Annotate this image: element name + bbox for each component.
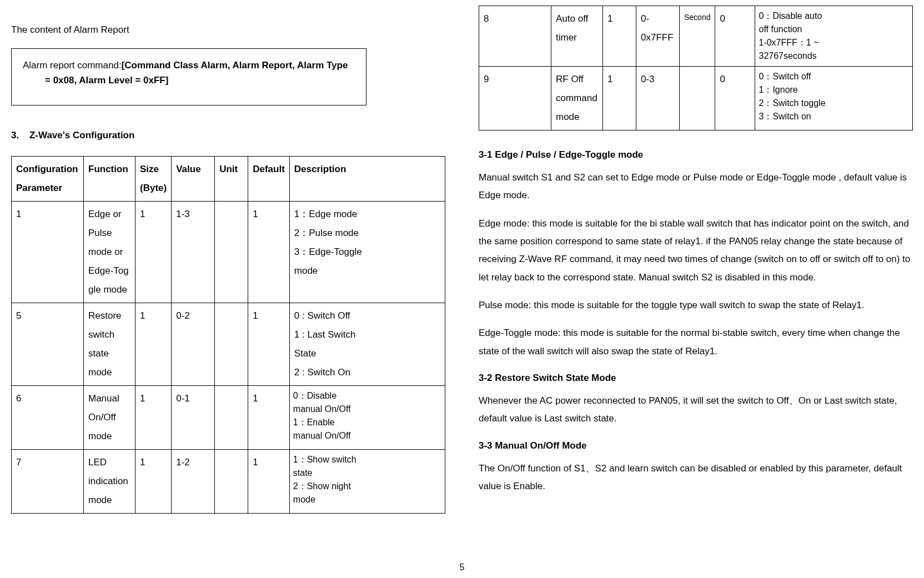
th-default: Default [248,156,290,201]
document-page: The content of Alarm Report Alarm report… [0,0,924,578]
td-func: Auto off timer [551,6,603,67]
td-value: 0-2 [172,303,215,385]
table-row: 1Edge or Pulse mode or Edge-Tog gle mode… [12,201,445,303]
para-3-1d: Edge-Toggle mode: this mode is suitable … [479,324,913,360]
alarm-cmd-bold-1: [Command Class Alarm, Alarm Report, Alar… [122,60,348,71]
td-default: 1 [248,303,290,385]
td-desc: 0 : Switch Off 1 : Last Switch State 2 :… [289,303,445,385]
td-default: 1 [248,385,290,449]
td-default: 1 [248,201,290,303]
td-desc: 1：Show switch state 2：Show night mode [289,449,445,513]
alarm-command-line2: = 0x08, Alarm Level = 0xFF] [23,73,355,88]
td-desc: 0：Switch off 1：Ignore 2：Switch toggle 3：… [755,67,913,130]
table-row: 8Auto off timer10-0x7FFFSecond00：Disable… [479,6,913,67]
th-param: Configuration Parameter [12,156,84,201]
table-row: 7LED indication mode11-211：Show switch s… [12,449,445,513]
td-param: 6 [12,385,84,449]
th-description: Description [289,156,445,201]
td-value: 0-3 [636,67,680,130]
table-row: 5Restore switch state mode10-210 : Switc… [12,303,445,385]
th-unit: Unit [215,156,248,201]
heading-3-1: 3-1 Edge / Pulse / Edge-Toggle mode [479,147,913,162]
td-desc: 1：Edge mode 2：Pulse mode 3：Edge-Toggle m… [289,201,445,303]
td-func: Edge or Pulse mode or Edge-Tog gle mode [84,201,135,303]
td-desc: 0：Disable auto off function 1-0x7FFF：1 ~… [755,6,913,67]
heading-3-2: 3-2 Restore Switch State Mode [479,370,913,385]
alarm-report-heading: The content of Alarm Report [11,22,445,37]
section-3-heading: 3. Z-Wave's Configuration [11,128,445,143]
td-unit [680,67,715,130]
td-param: 1 [12,201,84,303]
alarm-cmd-bold-2: = 0x08, Alarm Level = 0xFF] [45,75,168,86]
td-func: Restore switch state mode [84,303,135,385]
td-size: 1 [135,385,172,449]
td-size: 1 [135,449,172,513]
config-table-left: Configuration Parameter Function Size (B… [11,156,445,514]
td-size: 1 [603,67,636,130]
td-param: 5 [12,303,84,385]
td-param: 7 [12,449,84,513]
td-func: LED indication mode [84,449,135,513]
para-3-1a: Manual switch S1 and S2 can set to Edge … [479,169,913,205]
alarm-cmd-prefix: Alarm report command: [23,60,122,71]
td-unit [215,303,248,385]
td-unit [215,385,248,449]
section-3-number: 3. [11,128,19,143]
table-row: 6Manual On/Off mode10-110：Disable manual… [12,385,445,449]
td-desc: 0：Disable manual On/Off 1：Enable manual … [289,385,445,449]
td-size: 1 [135,201,172,303]
alarm-command-line1: Alarm report command:[Command Class Alar… [23,58,355,73]
table-row: 9RF Off command mode10-300：Switch off 1：… [479,67,913,130]
th-size: Size (Byte) [135,156,172,201]
left-column: The content of Alarm Report Alarm report… [11,0,451,578]
td-func: Manual On/Off mode [84,385,135,449]
section-3-title: Z-Wave's Configuration [29,130,134,140]
alarm-command-box: Alarm report command:[Command Class Alar… [11,48,366,105]
td-default: 0 [715,6,755,67]
td-param: 9 [479,67,551,130]
td-size: 1 [135,303,172,385]
td-value: 0-1 [172,385,215,449]
para-3-2: Whenever the AC power reconnected to PAN… [479,392,913,428]
page-number: 5 [460,560,465,575]
td-unit [215,201,248,303]
th-size-1: Size [140,164,159,174]
td-param: 8 [479,6,551,67]
th-param-2: Parameter [16,183,62,193]
td-default: 0 [715,67,755,130]
th-size-2: (Byte) [140,183,167,193]
para-3-1b: Edge mode: this mode is suitable for the… [479,215,913,287]
td-unit: Second [680,6,715,67]
td-value: 1-3 [172,201,215,303]
td-value: 0-0x7FFF [636,6,680,67]
para-3-1c: Pulse mode: this mode is suitable for th… [479,296,913,314]
heading-3-3: 3-3 Manual On/Off Mode [479,438,913,453]
td-func: RF Off command mode [551,67,603,130]
td-unit [215,449,248,513]
th-param-1: Configuration [16,164,78,174]
th-function: Function [84,156,135,201]
th-value: Value [172,156,215,201]
config-table-right: 8Auto off timer10-0x7FFFSecond00：Disable… [479,6,913,130]
td-default: 1 [248,449,290,513]
td-value: 1-2 [172,449,215,513]
para-3-3: The On/Off function of S1、S2 and learn s… [479,460,913,496]
table-header-row: Configuration Parameter Function Size (B… [12,156,445,201]
td-size: 1 [603,6,636,67]
right-column: 8Auto off timer10-0x7FFFSecond00：Disable… [473,0,913,578]
